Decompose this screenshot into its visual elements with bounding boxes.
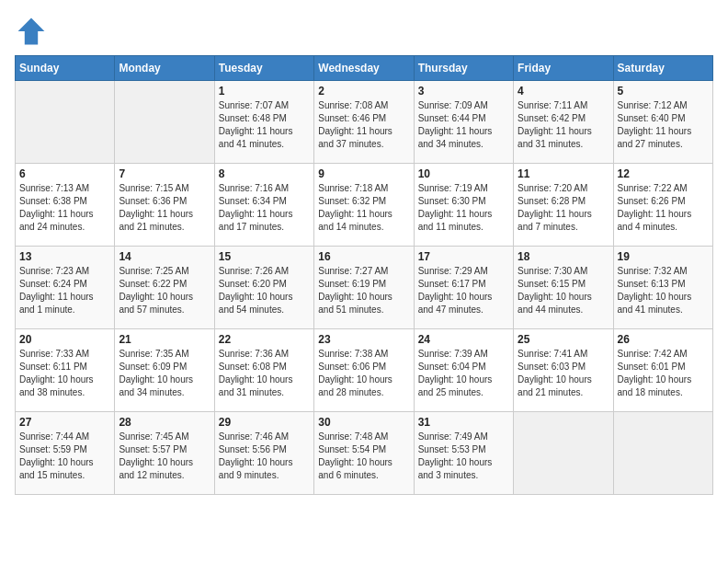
day-number: 30 <box>318 416 409 429</box>
day-number: 4 <box>518 85 609 98</box>
days-of-week-row: SundayMondayTuesdayWednesdayThursdayFrid… <box>16 56 713 81</box>
calendar-cell: 27Sunrise: 7:44 AM Sunset: 5:59 PM Dayli… <box>16 412 115 495</box>
calendar-cell: 1Sunrise: 7:07 AM Sunset: 6:48 PM Daylig… <box>214 81 313 164</box>
calendar-cell: 15Sunrise: 7:26 AM Sunset: 6:20 PM Dayli… <box>214 247 313 329</box>
calendar-cell: 21Sunrise: 7:35 AM Sunset: 6:09 PM Dayli… <box>115 329 214 412</box>
day-number: 21 <box>119 333 210 346</box>
day-number: 18 <box>518 250 609 263</box>
day-number: 12 <box>618 167 709 180</box>
day-number: 11 <box>518 167 609 180</box>
day-number: 6 <box>19 167 110 180</box>
calendar-table: SundayMondayTuesdayWednesdayThursdayFrid… <box>15 55 713 495</box>
calendar-cell: 6Sunrise: 7:13 AM Sunset: 6:38 PM Daylig… <box>16 164 115 247</box>
day-number: 8 <box>219 167 310 180</box>
day-number: 2 <box>318 85 409 98</box>
calendar-cell: 8Sunrise: 7:16 AM Sunset: 6:34 PM Daylig… <box>214 164 313 247</box>
day-number: 24 <box>418 333 509 346</box>
calendar-cell: 31Sunrise: 7:49 AM Sunset: 5:53 PM Dayli… <box>414 412 513 495</box>
day-number: 3 <box>418 85 509 98</box>
svg-marker-0 <box>18 18 45 45</box>
day-number: 28 <box>119 416 210 429</box>
day-info: Sunrise: 7:07 AM Sunset: 6:48 PM Dayligh… <box>219 99 310 151</box>
calendar-cell <box>514 412 613 495</box>
day-info: Sunrise: 7:11 AM Sunset: 6:42 PM Dayligh… <box>518 99 609 151</box>
calendar-cell <box>115 81 214 164</box>
day-info: Sunrise: 7:42 AM Sunset: 6:01 PM Dayligh… <box>618 348 709 399</box>
calendar-cell: 3Sunrise: 7:09 AM Sunset: 6:44 PM Daylig… <box>414 81 513 164</box>
logo-icon <box>15 15 48 48</box>
calendar-cell: 5Sunrise: 7:12 AM Sunset: 6:40 PM Daylig… <box>613 81 712 164</box>
calendar-cell: 28Sunrise: 7:45 AM Sunset: 5:57 PM Dayli… <box>115 412 214 495</box>
day-header-tuesday: Tuesday <box>214 56 313 81</box>
day-info: Sunrise: 7:19 AM Sunset: 6:30 PM Dayligh… <box>418 182 509 234</box>
day-info: Sunrise: 7:27 AM Sunset: 6:19 PM Dayligh… <box>318 265 409 316</box>
day-info: Sunrise: 7:32 AM Sunset: 6:13 PM Dayligh… <box>618 265 709 316</box>
calendar-cell: 19Sunrise: 7:32 AM Sunset: 6:13 PM Dayli… <box>613 247 712 329</box>
day-header-thursday: Thursday <box>414 56 513 81</box>
calendar-cell: 20Sunrise: 7:33 AM Sunset: 6:11 PM Dayli… <box>16 329 115 412</box>
day-info: Sunrise: 7:08 AM Sunset: 6:46 PM Dayligh… <box>318 99 409 151</box>
calendar-cell: 12Sunrise: 7:22 AM Sunset: 6:26 PM Dayli… <box>613 164 712 247</box>
calendar-cell: 23Sunrise: 7:38 AM Sunset: 6:06 PM Dayli… <box>314 329 414 412</box>
day-number: 27 <box>19 416 110 429</box>
calendar-cell: 16Sunrise: 7:27 AM Sunset: 6:19 PM Dayli… <box>314 247 414 329</box>
day-number: 14 <box>119 250 210 263</box>
day-number: 19 <box>618 250 709 263</box>
day-header-sunday: Sunday <box>16 56 115 81</box>
day-info: Sunrise: 7:41 AM Sunset: 6:03 PM Dayligh… <box>518 348 609 399</box>
day-info: Sunrise: 7:48 AM Sunset: 5:54 PM Dayligh… <box>318 431 409 482</box>
day-header-saturday: Saturday <box>613 56 712 81</box>
day-number: 9 <box>318 167 409 180</box>
calendar-week-1: 1Sunrise: 7:07 AM Sunset: 6:48 PM Daylig… <box>16 81 713 164</box>
day-info: Sunrise: 7:23 AM Sunset: 6:24 PM Dayligh… <box>19 265 110 316</box>
calendar-header: SundayMondayTuesdayWednesdayThursdayFrid… <box>16 56 713 81</box>
calendar-cell: 26Sunrise: 7:42 AM Sunset: 6:01 PM Dayli… <box>613 329 712 412</box>
day-info: Sunrise: 7:18 AM Sunset: 6:32 PM Dayligh… <box>318 182 409 234</box>
day-number: 31 <box>418 416 509 429</box>
day-number: 22 <box>219 333 310 346</box>
day-number: 7 <box>119 167 210 180</box>
day-header-wednesday: Wednesday <box>314 56 414 81</box>
day-info: Sunrise: 7:39 AM Sunset: 6:04 PM Dayligh… <box>418 348 509 399</box>
day-info: Sunrise: 7:36 AM Sunset: 6:08 PM Dayligh… <box>219 348 310 399</box>
day-info: Sunrise: 7:46 AM Sunset: 5:56 PM Dayligh… <box>219 431 310 482</box>
calendar-week-2: 6Sunrise: 7:13 AM Sunset: 6:38 PM Daylig… <box>16 164 713 247</box>
day-info: Sunrise: 7:15 AM Sunset: 6:36 PM Dayligh… <box>119 182 210 234</box>
page-header <box>15 15 713 48</box>
calendar-body: 1Sunrise: 7:07 AM Sunset: 6:48 PM Daylig… <box>16 81 713 495</box>
day-info: Sunrise: 7:25 AM Sunset: 6:22 PM Dayligh… <box>119 265 210 316</box>
calendar-cell: 25Sunrise: 7:41 AM Sunset: 6:03 PM Dayli… <box>514 329 613 412</box>
calendar-cell: 2Sunrise: 7:08 AM Sunset: 6:46 PM Daylig… <box>314 81 414 164</box>
day-number: 29 <box>219 416 310 429</box>
day-info: Sunrise: 7:33 AM Sunset: 6:11 PM Dayligh… <box>19 348 110 399</box>
calendar-cell: 24Sunrise: 7:39 AM Sunset: 6:04 PM Dayli… <box>414 329 513 412</box>
day-header-friday: Friday <box>514 56 613 81</box>
day-number: 15 <box>219 250 310 263</box>
calendar-cell: 17Sunrise: 7:29 AM Sunset: 6:17 PM Dayli… <box>414 247 513 329</box>
day-number: 16 <box>318 250 409 263</box>
calendar-cell: 11Sunrise: 7:20 AM Sunset: 6:28 PM Dayli… <box>514 164 613 247</box>
day-number: 10 <box>418 167 509 180</box>
calendar-cell: 9Sunrise: 7:18 AM Sunset: 6:32 PM Daylig… <box>314 164 414 247</box>
day-number: 1 <box>219 85 310 98</box>
calendar-week-5: 27Sunrise: 7:44 AM Sunset: 5:59 PM Dayli… <box>16 412 713 495</box>
calendar-cell: 18Sunrise: 7:30 AM Sunset: 6:15 PM Dayli… <box>514 247 613 329</box>
day-info: Sunrise: 7:16 AM Sunset: 6:34 PM Dayligh… <box>219 182 310 234</box>
calendar-week-4: 20Sunrise: 7:33 AM Sunset: 6:11 PM Dayli… <box>16 329 713 412</box>
day-info: Sunrise: 7:35 AM Sunset: 6:09 PM Dayligh… <box>119 348 210 399</box>
day-header-monday: Monday <box>115 56 214 81</box>
calendar-cell <box>613 412 712 495</box>
calendar-week-3: 13Sunrise: 7:23 AM Sunset: 6:24 PM Dayli… <box>16 247 713 329</box>
day-info: Sunrise: 7:13 AM Sunset: 6:38 PM Dayligh… <box>19 182 110 234</box>
calendar-cell <box>16 81 115 164</box>
day-number: 5 <box>618 85 709 98</box>
day-number: 26 <box>618 333 709 346</box>
day-info: Sunrise: 7:49 AM Sunset: 5:53 PM Dayligh… <box>418 431 509 482</box>
logo <box>15 15 51 48</box>
day-number: 17 <box>418 250 509 263</box>
day-info: Sunrise: 7:45 AM Sunset: 5:57 PM Dayligh… <box>119 431 210 482</box>
day-info: Sunrise: 7:09 AM Sunset: 6:44 PM Dayligh… <box>418 99 509 151</box>
calendar-cell: 14Sunrise: 7:25 AM Sunset: 6:22 PM Dayli… <box>115 247 214 329</box>
calendar-cell: 30Sunrise: 7:48 AM Sunset: 5:54 PM Dayli… <box>314 412 414 495</box>
calendar-cell: 4Sunrise: 7:11 AM Sunset: 6:42 PM Daylig… <box>514 81 613 164</box>
